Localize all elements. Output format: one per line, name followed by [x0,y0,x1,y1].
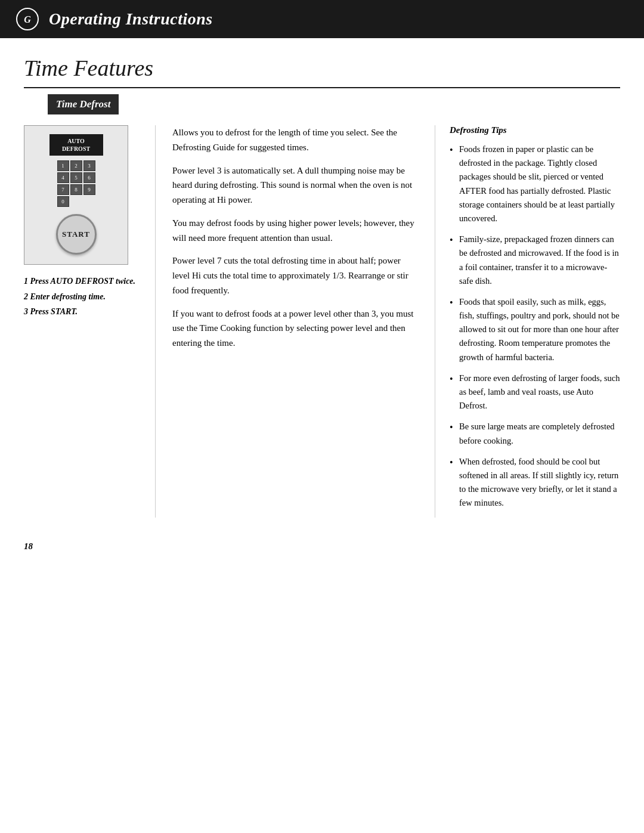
main-para-4: Power level 7 cuts the total defrosting … [172,253,418,298]
page-footer: 18 [0,529,644,563]
step-1-text: Press AUTO DEFROST twice. [30,277,136,286]
keypad: 1 2 3 4 5 6 7 8 9 0 [57,160,95,207]
middle-column: Allows you to defrost for the length of … [155,125,435,518]
keypad-row-2: 4 5 6 [57,172,95,183]
svg-text:G: G [24,14,31,24]
section-title: Time Defrost [56,98,110,110]
tip-6: When defrosted, food should be cool but … [450,455,620,510]
right-column: Defrosting Tips Foods frozen in paper or… [435,125,620,518]
page-title: Time Features [0,38,644,87]
step-3: 3 Press START. [24,306,143,318]
tip-2: Family-size, prepackaged frozen dinners … [450,233,620,288]
auto-defrost-line2: DEFROST [58,145,95,153]
key-6: 6 [83,172,95,183]
section-wrapper: Time Defrost [24,88,620,114]
left-column: AUTO DEFROST 1 2 3 4 5 6 7 [24,125,155,518]
steps-list: 1 Press AUTO DEFROST twice. 2 Enter defr… [24,275,143,318]
microwave-diagram: AUTO DEFROST 1 2 3 4 5 6 7 [24,125,128,265]
tip-1: Foods frozen in paper or plastic can be … [450,143,620,225]
main-para-3: You may defrost foods by using higher po… [172,216,418,246]
key-8: 8 [70,184,82,195]
start-label: START [62,230,90,239]
page-number: 18 [24,541,33,551]
step-2-text: Enter defrosting time. [30,292,106,301]
section-header: Time Defrost [48,94,119,114]
step-3-text: Press START. [30,307,78,316]
start-button-diagram: START [56,214,97,255]
auto-defrost-button: AUTO DEFROST [49,134,103,156]
key-3: 3 [83,160,95,171]
step-2: 2 Enter defrosting time. [24,291,143,303]
key-9: 9 [83,184,95,195]
key-5: 5 [70,172,82,183]
key-4: 4 [57,172,69,183]
key-0: 0 [57,196,69,207]
key-7: 7 [57,184,69,195]
auto-defrost-line1: AUTO [58,137,95,145]
tips-list: Foods frozen in paper or plastic can be … [450,143,620,510]
tip-3: Foods that spoil easily, such as milk, e… [450,295,620,364]
header-bar: G Operating Instructions [0,0,644,38]
keypad-row-1: 1 2 3 [57,160,95,171]
step-1: 1 Press AUTO DEFROST twice. [24,275,143,287]
main-section: AUTO DEFROST 1 2 3 4 5 6 7 [24,114,620,518]
header-title: Operating Instructions [49,10,213,29]
header-logo: G [14,6,41,32]
key-2: 2 [70,160,82,171]
main-para-1: Allows you to defrost for the length of … [172,125,418,155]
main-para-5: If you want to defrost foods at a power … [172,306,418,351]
tip-5: Be sure large meats are completely defro… [450,420,620,447]
main-para-2: Power level 3 is automatically set. A du… [172,163,418,208]
content-wrapper: AUTO DEFROST 1 2 3 4 5 6 7 [24,114,620,518]
tip-4: For more even defrosting of larger foods… [450,371,620,413]
keypad-row-3: 7 8 9 [57,184,95,195]
defrost-tips-title: Defrosting Tips [450,125,620,135]
keypad-row-0: 0 [57,196,95,207]
key-1: 1 [57,160,69,171]
